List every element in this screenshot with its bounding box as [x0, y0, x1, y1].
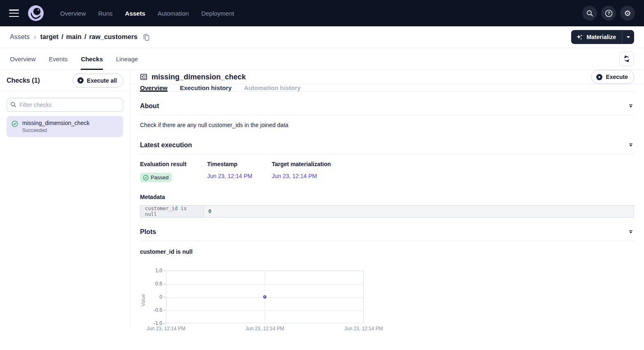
gear-icon: ⚙ — [624, 9, 631, 18]
checks-count-title: Checks (1) — [7, 77, 40, 84]
metadata-value: 0 — [204, 206, 634, 218]
value-scatter-chart: Value 1.0 0.5 0 -0.5 -1.0 Jun — [140, 267, 404, 333]
asset-tabs: Overview Events Checks Lineage — [10, 48, 138, 70]
play-icon — [77, 77, 84, 84]
collapse-caret-icon — [628, 143, 633, 147]
check-name: missing_dimension_check — [22, 120, 89, 126]
filter-checks-wrap — [7, 98, 123, 112]
nav-item-assets[interactable]: Assets — [125, 10, 145, 17]
navbar-actions: ? ⚙ — [582, 6, 635, 21]
page-body: Checks (1) Execute all — [0, 70, 644, 329]
evaluation-result-value: Passed — [151, 174, 168, 181]
status-badge: Passed — [140, 173, 172, 182]
latest-execution-heading: Latest execution — [140, 141, 192, 149]
collapse-about-button[interactable] — [628, 103, 634, 109]
y-tick: -1.0 — [146, 320, 162, 326]
nav-item-overview[interactable]: Overview — [60, 10, 86, 17]
copy-asset-key-button[interactable] — [143, 34, 149, 41]
materialize-label: Materialize — [586, 34, 616, 40]
search-icon — [586, 10, 593, 17]
tab-execution-history[interactable]: Execution history — [180, 84, 232, 91]
target-materialization-link[interactable]: Jun 23, 12:14 PM — [272, 173, 331, 179]
x-tick: Jun 23, 12:14 PM — [240, 326, 289, 331]
checks-panel-body: missing_dimension_check Succeeded — [0, 91, 130, 144]
materialize-button[interactable]: Materialize — [571, 30, 622, 44]
metadata-heading: Metadata — [140, 182, 634, 205]
check-description: Check if there are any null customer_ids… — [140, 115, 634, 131]
materialize-dropdown-button[interactable] — [622, 30, 634, 44]
timestamp-link[interactable]: Jun 23, 12:14 PM — [207, 173, 272, 179]
asset-key-slash: / — [61, 33, 63, 41]
checks-panel-header: Checks (1) Execute all — [0, 70, 130, 91]
execute-all-button[interactable]: Execute all — [72, 74, 123, 88]
search-button[interactable] — [582, 6, 597, 21]
plot-title: customer_id is null — [140, 241, 634, 255]
check-list-item[interactable]: missing_dimension_check Succeeded — [7, 116, 123, 137]
settings-button[interactable]: ⚙ — [620, 6, 635, 21]
about-heading: About — [140, 102, 159, 110]
search-icon — [10, 102, 16, 108]
tab-overview[interactable]: Overview — [10, 48, 36, 70]
primary-nav: Overview Runs Assets Automation Deployme… — [60, 10, 234, 17]
octopus-icon — [28, 5, 44, 21]
refresh-button[interactable] — [619, 51, 634, 66]
breadcrumb-row: Assets › target / main / raw_customers M… — [0, 26, 644, 48]
asset-key-part[interactable]: target — [40, 33, 58, 41]
sparkle-icon — [576, 34, 583, 41]
check-circle-icon — [143, 175, 149, 181]
latest-execution-grid: Evaluation result Passed Timestamp Jun 2… — [140, 154, 634, 182]
y-tick: 1.0 — [146, 268, 162, 274]
question-icon: ? — [605, 9, 613, 17]
collapse-latest-execution-button[interactable] — [628, 142, 634, 148]
latest-execution-section-header: Latest execution — [140, 131, 634, 154]
metadata-table: customer_id is null 0 — [140, 205, 634, 218]
check-detail-pane: missing_dimension_check Execute Overview… — [130, 70, 644, 329]
y-tick: -0.5 — [146, 307, 162, 313]
asset-key-leaf: raw_customers — [89, 33, 137, 41]
plots-section-header: Plots — [140, 218, 634, 241]
data-point[interactable] — [263, 295, 266, 299]
metadata-key: customer_id is null — [140, 206, 204, 218]
about-section-header: About — [140, 92, 634, 115]
tab-lineage[interactable]: Lineage — [116, 48, 138, 70]
filter-checks-input[interactable] — [7, 98, 123, 112]
collapse-plots-button[interactable] — [628, 229, 634, 235]
materialize-split-button: Materialize — [571, 30, 634, 44]
y-axis-label: Value — [140, 294, 146, 306]
nav-item-deployment[interactable]: Deployment — [201, 10, 234, 17]
breadcrumb: Assets › target / main / raw_customers — [10, 33, 149, 41]
help-button[interactable]: ? — [601, 6, 616, 21]
tab-events[interactable]: Events — [49, 48, 68, 70]
breadcrumb-assets-link[interactable]: Assets — [10, 33, 30, 41]
check-circle-icon — [12, 121, 18, 127]
collapse-caret-icon — [628, 230, 633, 234]
refresh-icon — [623, 56, 630, 62]
y-tick: 0 — [146, 294, 162, 300]
metadata-row: customer_id is null 0 — [140, 206, 634, 218]
col-target-materialization: Target materialization — [272, 161, 331, 167]
execute-label: Execute — [606, 74, 628, 80]
nav-item-automation[interactable]: Automation — [158, 10, 189, 17]
breadcrumb-separator: › — [34, 33, 36, 41]
tab-check-overview[interactable]: Overview — [140, 84, 168, 91]
play-icon — [596, 74, 603, 81]
asset-key-part[interactable]: main — [66, 33, 82, 41]
top-navbar: Overview Runs Assets Automation Deployme… — [0, 0, 644, 26]
plot-area — [166, 271, 364, 323]
checks-sidebar: Checks (1) Execute all — [0, 70, 130, 329]
dagster-logo[interactable] — [28, 5, 44, 21]
asset-key-slash: / — [84, 33, 86, 41]
asset-check-icon — [140, 73, 147, 81]
copy-icon — [143, 34, 149, 41]
col-evaluation-result: Evaluation result — [140, 161, 207, 167]
nav-item-runs[interactable]: Runs — [98, 10, 113, 17]
check-detail-tabs: Overview Execution history Automation hi… — [140, 84, 634, 92]
tab-automation-history: Automation history — [244, 84, 301, 91]
execute-button[interactable]: Execute — [591, 70, 634, 84]
col-timestamp: Timestamp — [207, 161, 272, 167]
hamburger-menu-icon[interactable] — [9, 9, 19, 17]
x-tick: Jun 23, 12:14 PM — [141, 326, 191, 331]
x-tick: Jun 23, 12:14 PM — [339, 326, 388, 331]
svg-text:?: ? — [607, 11, 610, 16]
tab-checks[interactable]: Checks — [81, 48, 103, 70]
